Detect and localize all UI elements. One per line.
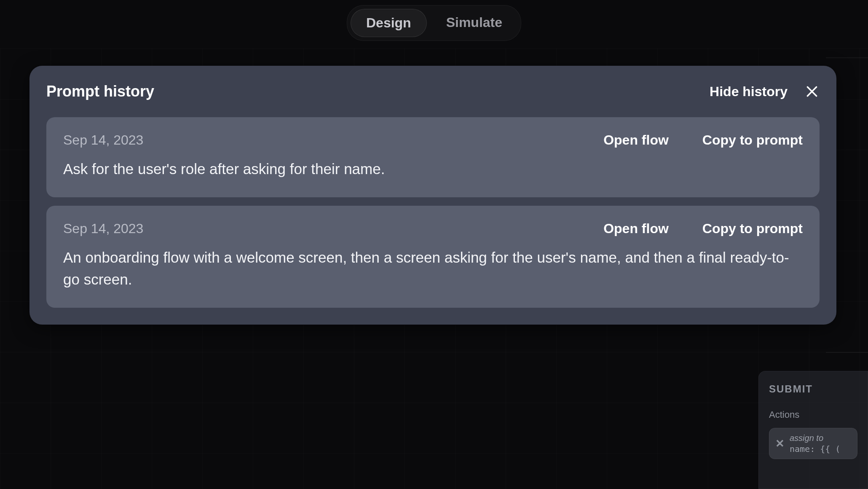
action-row[interactable]: ✕ assign to name: {{ ( — [769, 428, 857, 459]
actions-label: Actions — [769, 409, 857, 420]
action-text: assign to name: {{ ( — [790, 433, 840, 454]
close-button[interactable] — [804, 84, 820, 99]
panel-actions: Hide history — [710, 84, 820, 99]
history-item: Sep 14, 2023 Open flow Copy to prompt As… — [46, 117, 820, 197]
history-prompt-text: Ask for the user's role after asking for… — [63, 158, 803, 180]
history-item: Sep 14, 2023 Open flow Copy to prompt An… — [46, 206, 820, 308]
tab-simulate[interactable]: Simulate — [431, 9, 517, 37]
history-item-header: Sep 14, 2023 Open flow Copy to prompt — [63, 132, 803, 148]
node-panel-title: SUBMIT — [769, 383, 857, 395]
remove-action-icon[interactable]: ✕ — [775, 437, 785, 450]
background-divider — [826, 57, 868, 58]
panel-title: Prompt history — [46, 83, 154, 100]
node-panel-submit: SUBMIT Actions ✕ assign to name: {{ ( — [758, 371, 868, 489]
copy-to-prompt-button[interactable]: Copy to prompt — [702, 132, 803, 148]
tab-design[interactable]: Design — [351, 9, 427, 37]
background-divider — [826, 352, 868, 353]
hide-history-button[interactable]: Hide history — [710, 84, 788, 99]
close-icon — [805, 85, 819, 98]
mode-tabs: Design Simulate — [347, 5, 521, 41]
history-list: Sep 14, 2023 Open flow Copy to prompt As… — [46, 117, 820, 308]
history-date: Sep 14, 2023 — [63, 132, 570, 148]
history-date: Sep 14, 2023 — [63, 221, 570, 236]
copy-to-prompt-button[interactable]: Copy to prompt — [702, 221, 803, 236]
open-flow-button[interactable]: Open flow — [603, 221, 669, 236]
prompt-history-panel: Prompt history Hide history Sep 14, 2023… — [29, 66, 836, 325]
panel-header: Prompt history Hide history — [46, 83, 820, 100]
open-flow-button[interactable]: Open flow — [603, 132, 669, 148]
history-item-header: Sep 14, 2023 Open flow Copy to prompt — [63, 221, 803, 236]
history-prompt-text: An onboarding flow with a welcome screen… — [63, 247, 803, 291]
